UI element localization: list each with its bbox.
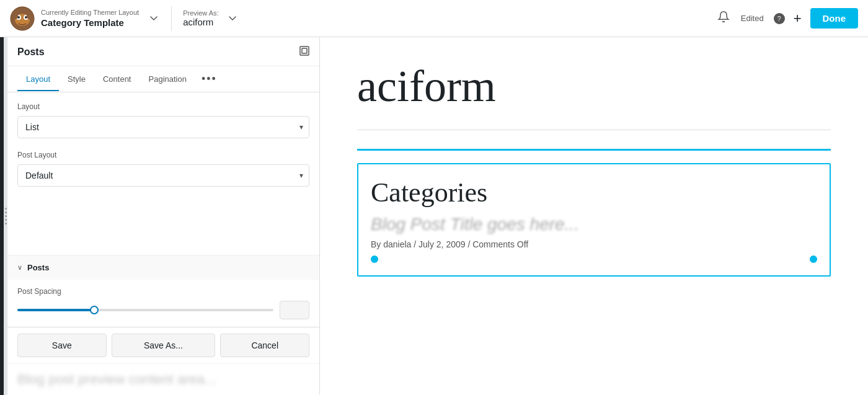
preview-main-title: aciform [357, 62, 831, 111]
drag-dot [5, 208, 7, 210]
posts-section-chevron-icon: ∨ [17, 264, 22, 272]
save-button[interactable]: Save [17, 334, 107, 357]
tab-content[interactable]: Content [94, 68, 140, 91]
preview-chevron-button[interactable] [226, 11, 239, 25]
preview-categories-title: Categories [371, 177, 817, 208]
notification-bell-button[interactable] [715, 8, 732, 29]
help-icon[interactable]: ? [774, 13, 785, 24]
preview-second-divider [357, 149, 831, 151]
post-layout-field-group: Post Layout Default Custom ▾ [17, 151, 309, 187]
post-layout-select-wrapper: Default Custom ▾ [17, 164, 309, 187]
drag-dots [5, 208, 7, 224]
preview-value: aciform [183, 17, 218, 27]
sidebar-drag-handle[interactable] [4, 37, 7, 395]
top-bar-divider [171, 6, 172, 31]
post-layout-field-label: Post Layout [17, 151, 309, 159]
preview-section: Preview As: aciform [183, 9, 707, 27]
layout-field-label: Layout [17, 102, 309, 111]
preview-label: Preview As: [183, 9, 218, 17]
sidebar-header: Posts [7, 37, 319, 66]
drag-dot [5, 215, 7, 217]
drag-dot [5, 219, 7, 221]
layout-field-group: Layout List Grid Masonry ▾ [17, 102, 309, 138]
blue-dot-right [810, 255, 817, 263]
posts-section: ∨ Posts Post Spacing [7, 255, 319, 327]
tabs-bar: Layout Style Content Pagination ••• [7, 66, 319, 92]
preview-blue-dots [371, 255, 817, 263]
drag-dot [5, 223, 7, 224]
tab-style[interactable]: Style [59, 68, 94, 91]
main-area: Posts Layout Style Content Pagination ••… [0, 37, 868, 395]
preview-category-section: Categories Blog Post Title goes here... … [357, 163, 831, 277]
posts-section-title: Posts [27, 263, 49, 272]
slider-fill [17, 309, 94, 311]
tab-more-button[interactable]: ••• [195, 66, 223, 92]
slider-track[interactable] [17, 309, 273, 311]
sidebar-content: Layout List Grid Masonry ▾ Post Layout [7, 92, 319, 252]
top-bar-right: Edited ? + Done [715, 8, 858, 29]
preview-post-blur: Blog Post Title goes here... [371, 215, 817, 234]
slider-row [17, 301, 309, 319]
editing-info: Currently Editing Themer Layout Category… [41, 8, 139, 29]
slider-thumb[interactable] [90, 306, 99, 314]
tab-layout[interactable]: Layout [17, 68, 59, 91]
top-bar: Currently Editing Themer Layout Category… [0, 0, 868, 37]
svg-rect-9 [302, 48, 307, 53]
post-preview-blur: Blog post preview content area... [17, 371, 216, 387]
post-spacing-label: Post Spacing [17, 287, 309, 296]
save-as-button[interactable]: Save As... [112, 334, 216, 357]
cancel-button[interactable]: Cancel [220, 334, 309, 357]
sidebar-inner: Posts Layout Style Content Pagination ••… [4, 37, 319, 395]
post-layout-select[interactable]: Default Custom [17, 164, 309, 187]
preview-text-group: Preview As: aciform [183, 9, 218, 27]
edited-status: Edited [741, 14, 764, 23]
maximize-button[interactable] [299, 46, 309, 58]
preview-area: aciform Categories Blog Post Title goes … [320, 37, 868, 395]
sidebar: Posts Layout Style Content Pagination ••… [4, 37, 320, 395]
editing-label: Currently Editing Themer Layout [41, 8, 139, 17]
blue-dot-left [371, 255, 378, 263]
add-button[interactable]: + [794, 12, 802, 25]
posts-section-content: Post Spacing [7, 280, 319, 327]
tab-pagination[interactable]: Pagination [140, 68, 195, 91]
done-button[interactable]: Done [810, 8, 859, 29]
svg-rect-8 [300, 47, 309, 55]
save-bar: Save Save As... Cancel [7, 327, 319, 363]
sidebar-bottom-preview: Blog post preview content area... [7, 363, 319, 395]
editing-title: Category Template [41, 17, 139, 29]
sidebar-title: Posts [17, 47, 45, 58]
layout-select-wrapper: List Grid Masonry ▾ [17, 116, 309, 138]
preview-post-meta: By daniela / July 2, 2009 / Comments Off [371, 239, 817, 249]
layout-select[interactable]: List Grid Masonry [17, 116, 309, 138]
slider-value-input[interactable] [280, 301, 309, 319]
editing-chevron-button[interactable] [148, 11, 160, 25]
logo-icon [10, 6, 35, 31]
drag-dot [5, 211, 7, 213]
posts-section-header[interactable]: ∨ Posts [7, 255, 319, 280]
top-bar-left: Currently Editing Themer Layout Category… [10, 6, 707, 31]
preview-divider [357, 130, 831, 130]
